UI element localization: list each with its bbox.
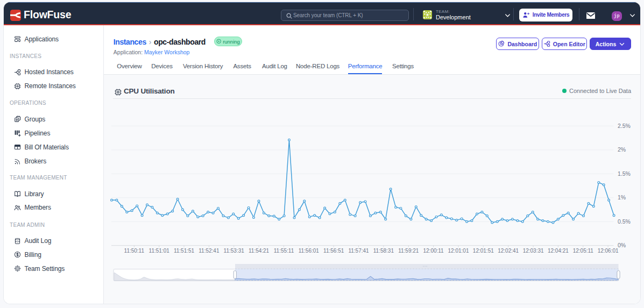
svg-text:1.5%: 1.5% (618, 170, 631, 177)
svg-text:11:54:21: 11:54:21 (249, 248, 270, 254)
svg-text:12:05:11: 12:05:11 (573, 248, 594, 254)
svg-text:2%: 2% (618, 146, 626, 153)
svg-text:12:01:51: 12:01:51 (473, 248, 494, 254)
svg-text:11:53:31: 11:53:31 (224, 248, 245, 254)
svg-text:2.5%: 2.5% (618, 123, 631, 129)
svg-text:12:00:11: 12:00:11 (423, 248, 444, 254)
svg-text:0%: 0% (618, 242, 626, 248)
svg-text:12:06:01: 12:06:01 (598, 248, 619, 254)
svg-text:12:04:21: 12:04:21 (548, 248, 569, 254)
svg-text:11:56:51: 11:56:51 (323, 248, 344, 254)
svg-text:12:02:41: 12:02:41 (498, 248, 519, 254)
svg-text:11:50:11: 11:50:11 (124, 248, 145, 254)
svg-text:12:03:31: 12:03:31 (523, 248, 544, 254)
svg-text:11:58:31: 11:58:31 (373, 248, 394, 254)
svg-text:11:56:01: 11:56:01 (299, 248, 320, 254)
svg-text:0.5%: 0.5% (618, 218, 631, 225)
svg-text:11:52:41: 11:52:41 (199, 248, 220, 254)
svg-text:12:01:01: 12:01:01 (448, 248, 469, 254)
svg-text:11:55:11: 11:55:11 (274, 248, 294, 254)
svg-text:11:51:01: 11:51:01 (149, 248, 170, 254)
svg-text:1%: 1% (618, 194, 626, 200)
svg-text:11:59:21: 11:59:21 (398, 248, 419, 254)
svg-text:11:57:41: 11:57:41 (348, 248, 369, 254)
svg-text:11:51:51: 11:51:51 (174, 248, 195, 254)
